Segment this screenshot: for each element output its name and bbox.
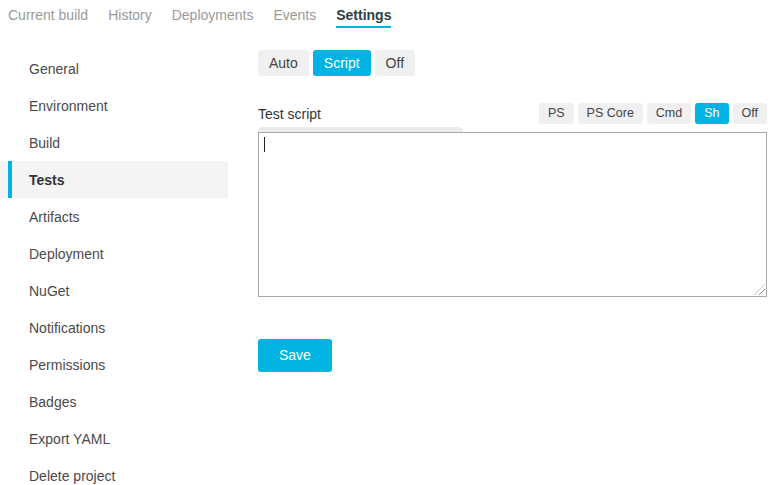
sidebar-item-nuget[interactable]: NuGet: [0, 272, 228, 309]
lang-ps-button[interactable]: PS: [539, 103, 574, 124]
selected-accent-bar: [8, 161, 12, 198]
lang-sh-button[interactable]: Sh: [695, 103, 728, 124]
save-row: Save: [258, 339, 767, 372]
settings-sidebar: General Environment Build Tests Artifact…: [0, 50, 228, 485]
mode-off-button[interactable]: Off: [375, 50, 415, 76]
sidebar-item-delete-project[interactable]: Delete project: [0, 457, 228, 485]
mode-auto-button[interactable]: Auto: [258, 50, 309, 76]
lang-off-button[interactable]: Off: [733, 103, 767, 124]
sidebar-item-tests[interactable]: Tests: [0, 161, 228, 198]
sidebar-item-artifacts[interactable]: Artifacts: [0, 198, 228, 235]
sidebar-item-build[interactable]: Build: [0, 124, 228, 161]
sidebar-item-environment[interactable]: Environment: [0, 87, 228, 124]
tab-settings[interactable]: Settings: [336, 7, 391, 28]
test-script-editor: [258, 132, 767, 297]
top-nav: Current build History Deployments Events…: [8, 0, 391, 28]
tab-events[interactable]: Events: [273, 7, 316, 28]
test-script-input[interactable]: [258, 132, 767, 297]
lang-cmd-button[interactable]: Cmd: [647, 103, 691, 124]
test-script-label: Test script: [258, 106, 321, 122]
script-language-toggle: PS PS Core Cmd Sh Off: [539, 103, 767, 124]
sidebar-item-permissions[interactable]: Permissions: [0, 346, 228, 383]
sidebar-item-label: Tests: [29, 172, 65, 188]
sidebar-item-notifications[interactable]: Notifications: [0, 309, 228, 346]
tab-current-build[interactable]: Current build: [8, 7, 88, 28]
test-script-header: Test script PS PS Core Cmd Sh Off: [258, 103, 767, 124]
sidebar-item-deployment[interactable]: Deployment: [0, 235, 228, 272]
save-button[interactable]: Save: [258, 339, 332, 372]
text-caret: [264, 137, 265, 152]
lang-ps-core-button[interactable]: PS Core: [578, 103, 643, 124]
test-mode-toggle: Auto Script Off: [258, 50, 767, 76]
textarea-top-shadow: [258, 127, 463, 132]
sidebar-item-general[interactable]: General: [0, 50, 228, 87]
mode-script-button[interactable]: Script: [313, 50, 371, 76]
tab-history[interactable]: History: [108, 7, 152, 28]
tab-deployments[interactable]: Deployments: [172, 7, 254, 28]
sidebar-item-export-yaml[interactable]: Export YAML: [0, 420, 228, 457]
sidebar-item-badges[interactable]: Badges: [0, 383, 228, 420]
tests-settings-panel: Auto Script Off Test script PS PS Core C…: [258, 50, 767, 372]
